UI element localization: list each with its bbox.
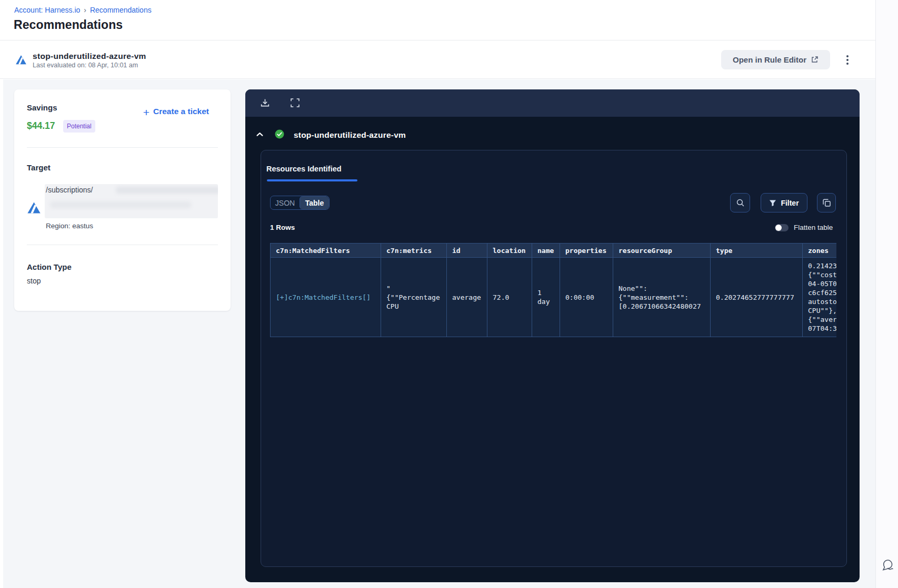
breadcrumb-account-link[interactable]: Account: Harness.io: [14, 6, 80, 14]
col-header[interactable]: id: [447, 244, 487, 258]
create-ticket-label: Create a ticket: [153, 107, 209, 116]
chat-bubble-icon[interactable]: [880, 558, 894, 572]
resources-table-wrap: c7n:MatchedFilters c7n:metrics id locati…: [270, 243, 836, 337]
copy-button[interactable]: [817, 193, 836, 212]
cell-zones: 0.2142330 {""cost"" 04-05T00: c6cf62563 …: [803, 258, 837, 337]
tab-indicator: [267, 179, 357, 181]
flatten-table-label: Flatten table: [794, 224, 833, 231]
azure-icon: [15, 54, 27, 66]
recommendations-page: Account: Harness.io›Recommendations Reco…: [0, 0, 898, 588]
search-icon: [736, 198, 745, 207]
col-header[interactable]: type: [711, 244, 803, 258]
create-ticket-button[interactable]: + Create a ticket: [143, 107, 209, 116]
resource-viewer-panel: stop-underutilized-azure-vm Resources Id…: [245, 89, 860, 582]
potential-badge: Potential: [63, 120, 95, 133]
summary-card: Savings + Create a ticket $44.17 Potenti…: [14, 89, 231, 311]
recommendation-name: stop-underutilized-azure-vm: [33, 52, 146, 61]
table-view-button[interactable]: Table: [300, 196, 329, 209]
collapse-section-button[interactable]: [254, 129, 265, 139]
copy-icon: [822, 198, 831, 207]
main-area: Account: Harness.io›Recommendations Reco…: [0, 0, 875, 588]
cell-location: 72.0: [487, 258, 532, 337]
divider: [27, 147, 218, 148]
target-label: Target: [27, 163, 51, 172]
savings-label: Savings: [27, 103, 57, 112]
col-header[interactable]: properties: [560, 244, 613, 258]
fullscreen-icon: [291, 98, 300, 107]
resources-table: c7n:MatchedFilters c7n:metrics id locati…: [270, 243, 836, 337]
azure-icon: [27, 201, 41, 215]
breadcrumb-recommendations-link[interactable]: Recommendations: [90, 6, 152, 14]
plus-icon: +: [143, 108, 149, 116]
col-header[interactable]: c7n:MatchedFilters: [271, 244, 381, 258]
flatten-table-toggle[interactable]: [775, 224, 789, 231]
col-header[interactable]: resourceGroup: [613, 244, 711, 258]
action-type-label: Action Type: [27, 262, 72, 271]
target-path-box: /subscriptions/: [45, 184, 218, 218]
search-button[interactable]: [730, 193, 750, 212]
open-rule-editor-label: Open in Rule Editor: [733, 55, 806, 64]
col-header[interactable]: zones: [803, 244, 837, 258]
resources-card: Resources Identified JSON Table Filter: [261, 150, 847, 567]
filter-icon: [769, 199, 776, 207]
savings-amount: $44.17: [27, 120, 55, 131]
col-header[interactable]: c7n:metrics: [381, 244, 447, 258]
chevron-up-icon: [256, 132, 263, 137]
download-icon: [260, 98, 270, 108]
col-header[interactable]: location: [487, 244, 532, 258]
action-type-value: stop: [27, 277, 41, 285]
top-bar: Account: Harness.io›Recommendations Reco…: [0, 0, 875, 40]
table-row: [+]c7n:MatchedFilters[] " {""Percentage …: [271, 258, 837, 337]
last-evaluated: Last evaluated on: 08 Apr, 10:01 am: [33, 62, 138, 69]
cell-id: average: [447, 258, 487, 337]
viewer-toolbar: [245, 89, 860, 117]
view-mode-toggle: JSON Table: [270, 196, 330, 210]
filter-label: Filter: [781, 199, 799, 207]
success-check-icon: [275, 129, 284, 139]
cell-properties: 0:00:00: [560, 258, 613, 337]
json-view-button[interactable]: JSON: [271, 196, 300, 209]
more-options-button[interactable]: [843, 53, 852, 67]
content-area: Savings + Create a ticket $44.17 Potenti…: [3, 79, 875, 588]
cell-metrics: " {""Percentage CPU: [381, 258, 447, 337]
cell-name: 1 day: [532, 258, 560, 337]
recommendation-header: stop-underutilized-azure-vm Last evaluat…: [0, 40, 875, 79]
rows-count: 1 Rows: [270, 224, 295, 231]
fullscreen-button[interactable]: [290, 98, 300, 109]
breadcrumb: Account: Harness.io›Recommendations: [14, 6, 152, 14]
redacted-text: [116, 187, 218, 194]
download-button[interactable]: [259, 98, 271, 109]
section-title: stop-underutilized-azure-vm: [294, 130, 406, 140]
cell-resource-group: None"": {""measurement"": [0.20671066342…: [613, 258, 711, 337]
col-header[interactable]: name: [532, 244, 560, 258]
table-header-row: c7n:MatchedFilters c7n:metrics id locati…: [271, 244, 837, 258]
divider: [27, 245, 218, 245]
open-rule-editor-button[interactable]: Open in Rule Editor: [721, 50, 830, 69]
redacted-text: [50, 201, 191, 208]
tab-resources-identified[interactable]: Resources Identified: [266, 165, 342, 173]
cell-type: 0.20274652777777777: [711, 258, 803, 337]
page-title: Recommendations: [14, 18, 123, 32]
matched-filters-expander[interactable]: [+]c7n:MatchedFilters[]: [276, 293, 375, 302]
external-link-icon: [811, 56, 819, 64]
help-rail: [875, 0, 898, 588]
breadcrumb-separator: ›: [80, 6, 90, 14]
filter-button[interactable]: Filter: [761, 193, 807, 212]
target-path: /subscriptions/: [46, 186, 93, 194]
target-region: Region: eastus: [46, 222, 93, 230]
